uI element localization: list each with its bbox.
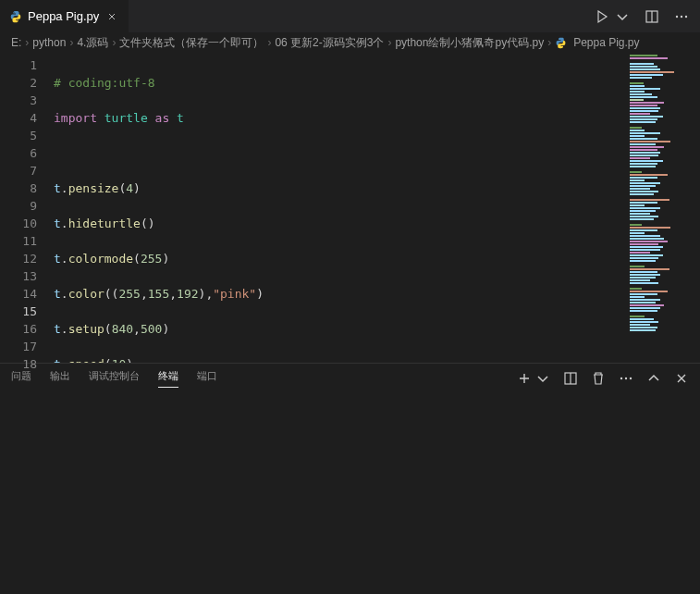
new-terminal-icon[interactable] bbox=[517, 371, 532, 386]
split-terminal-icon[interactable] bbox=[563, 371, 578, 386]
breadcrumb-item[interactable]: 文件夹格式（保存一个即可） bbox=[119, 35, 264, 51]
trash-icon[interactable] bbox=[591, 371, 606, 386]
breadcrumb-item[interactable]: 06 更新2-源码实例3个 bbox=[275, 35, 384, 51]
panel-tab-ports[interactable]: 端口 bbox=[197, 369, 217, 388]
svg-point-4 bbox=[685, 15, 687, 17]
breadcrumb-item[interactable]: python绘制小猪佩奇py代码.py bbox=[395, 35, 544, 51]
bottom-panel: 问题 输出 调试控制台 终端 端口 bbox=[0, 363, 700, 594]
svg-point-9 bbox=[630, 377, 632, 379]
split-editor-icon[interactable] bbox=[645, 9, 659, 24]
code-area[interactable]: # coding:utf-8 import turtle as t t.pens… bbox=[54, 53, 628, 363]
python-icon bbox=[555, 37, 567, 49]
chevron-down-icon[interactable] bbox=[535, 371, 550, 386]
breadcrumb-item[interactable]: 4.源码 bbox=[77, 35, 108, 51]
svg-point-2 bbox=[676, 15, 678, 17]
code-editor[interactable]: 123 456 789 101112 1314 15 161718 # codi… bbox=[0, 53, 700, 363]
more-icon[interactable] bbox=[674, 9, 689, 24]
close-panel-icon[interactable] bbox=[674, 371, 689, 386]
run-icon[interactable] bbox=[595, 9, 609, 24]
python-icon bbox=[9, 10, 22, 23]
panel-tab-output[interactable]: 输出 bbox=[50, 369, 70, 388]
breadcrumb[interactable]: E:› python› 4.源码› 文件夹格式（保存一个即可）› 06 更新2-… bbox=[0, 32, 700, 53]
panel-tab-terminal[interactable]: 终端 bbox=[158, 369, 178, 388]
svg-point-7 bbox=[620, 377, 622, 379]
panel-tab-debug[interactable]: 调试控制台 bbox=[89, 369, 140, 388]
breadcrumb-item[interactable]: Peppa Pig.py bbox=[573, 36, 639, 49]
terminal-body[interactable] bbox=[0, 393, 700, 588]
breadcrumb-item[interactable]: python bbox=[32, 36, 66, 49]
svg-point-8 bbox=[625, 377, 627, 379]
tab-title: Peppa Pig.py bbox=[28, 9, 99, 23]
close-icon[interactable] bbox=[104, 9, 119, 24]
minimap[interactable] bbox=[628, 53, 700, 363]
line-gutter: 123 456 789 101112 1314 15 161718 bbox=[0, 53, 54, 363]
chevron-down-icon[interactable] bbox=[615, 9, 630, 24]
breadcrumb-item[interactable]: E: bbox=[11, 36, 21, 49]
tab-bar: Peppa Pig.py bbox=[0, 0, 700, 32]
editor-tab[interactable]: Peppa Pig.py bbox=[0, 0, 129, 32]
chevron-up-icon[interactable] bbox=[646, 371, 661, 386]
svg-point-3 bbox=[681, 15, 682, 17]
more-icon[interactable] bbox=[619, 371, 633, 386]
